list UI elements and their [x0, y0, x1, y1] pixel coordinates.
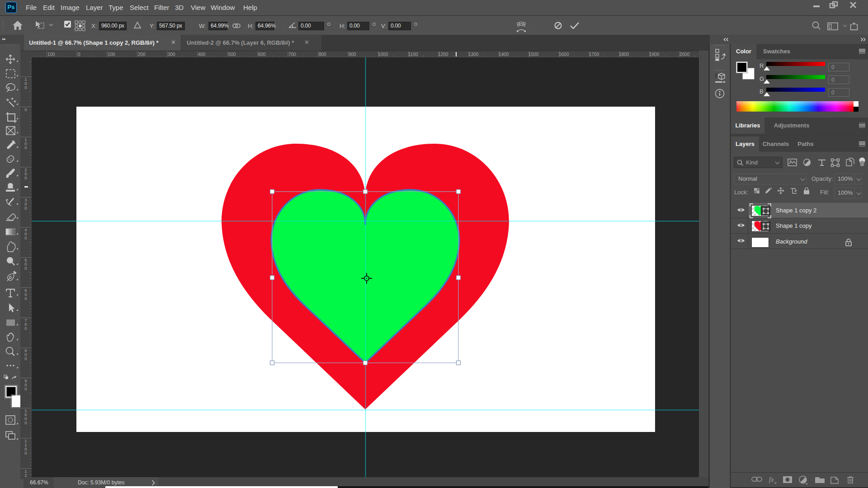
svg-text:0: 0	[24, 107, 27, 112]
svg-text:1900: 1900	[649, 52, 660, 57]
svg-text:300: 300	[168, 52, 175, 57]
svg-text:1100: 1100	[24, 438, 27, 455]
svg-text:400: 400	[198, 52, 206, 57]
svg-text:100: 100	[47, 52, 55, 57]
svg-text:0: 0	[78, 52, 80, 57]
svg-text:400: 400	[24, 227, 27, 240]
svg-text:1400: 1400	[499, 52, 509, 57]
svg-text:1300: 1300	[468, 52, 479, 57]
svg-text:800: 800	[24, 348, 27, 361]
svg-text:100: 100	[24, 137, 27, 150]
svg-text:300: 300	[24, 197, 27, 211]
svg-text:900: 900	[349, 52, 356, 57]
svg-text:600: 600	[258, 52, 266, 57]
svg-text:100: 100	[108, 52, 115, 57]
svg-text:1000: 1000	[378, 52, 388, 57]
svg-text:fx: fx	[769, 476, 774, 483]
svg-text:500: 500	[24, 258, 27, 271]
svg-text:1800: 1800	[619, 52, 629, 57]
svg-text:800: 800	[319, 52, 326, 57]
svg-text:700: 700	[288, 52, 296, 57]
svg-text:120: 120	[24, 469, 27, 477]
svg-text:1100: 1100	[408, 52, 418, 57]
svg-text:1000: 1000	[24, 408, 27, 425]
svg-text:200: 200	[24, 167, 27, 180]
svg-text:500: 500	[228, 52, 236, 57]
svg-text:600: 600	[24, 288, 27, 301]
svg-text:2000: 2000	[679, 52, 690, 57]
svg-text:700: 700	[24, 318, 27, 331]
svg-text:1700: 1700	[589, 52, 599, 57]
svg-text:100: 100	[24, 77, 27, 90]
svg-text:1200: 1200	[438, 52, 448, 57]
svg-text:900: 900	[24, 378, 27, 391]
svg-text:1500: 1500	[528, 52, 539, 57]
svg-text:200: 200	[138, 52, 146, 57]
svg-text:1600: 1600	[559, 52, 569, 57]
